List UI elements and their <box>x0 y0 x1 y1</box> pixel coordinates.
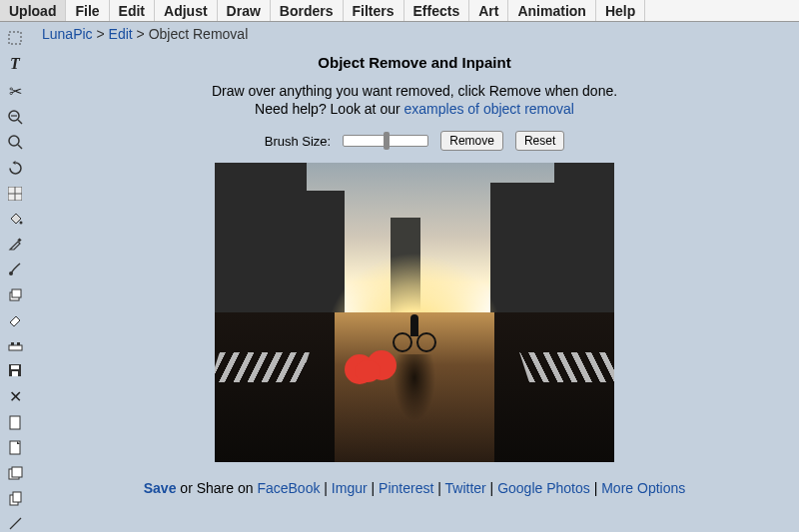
remove-button[interactable]: Remove <box>440 131 503 151</box>
controls: Brush Size: Remove Reset <box>42 131 787 151</box>
svg-line-26 <box>10 518 21 529</box>
reset-button[interactable]: Reset <box>515 131 564 151</box>
sep: | <box>433 480 444 496</box>
fill-icon[interactable] <box>6 211 24 227</box>
save-link[interactable]: Save <box>144 480 177 496</box>
svg-rect-18 <box>11 365 19 369</box>
brush-size-label: Brush Size: <box>265 134 331 149</box>
page-title: Object Remove and Inpaint <box>42 54 787 71</box>
instruction-text: Draw over anything you want removed, cli… <box>42 83 787 99</box>
help-text: Need help? Look at our examples of objec… <box>42 101 787 117</box>
sep: | <box>590 480 601 496</box>
share-twitter[interactable]: Twitter <box>445 480 486 496</box>
breadcrumb-page: Object Removal <box>149 26 249 42</box>
svg-point-11 <box>9 271 13 275</box>
picker-icon[interactable] <box>6 236 24 252</box>
adjust-icon[interactable] <box>6 337 24 353</box>
brush-icon[interactable] <box>6 262 24 277</box>
save-icon[interactable] <box>6 362 24 378</box>
slider-thumb[interactable] <box>384 132 390 150</box>
crop-icon[interactable]: ✕ <box>6 387 24 405</box>
menu-upload[interactable]: Upload <box>0 0 66 21</box>
share-imgur[interactable]: Imgur <box>332 480 368 496</box>
svg-rect-20 <box>10 416 20 429</box>
text-icon[interactable]: T <box>6 55 24 73</box>
line-icon[interactable] <box>6 516 24 532</box>
breadcrumb-section[interactable]: Edit <box>109 26 133 42</box>
sep: | <box>486 480 497 496</box>
share-pinterest[interactable]: Pinterest <box>379 480 433 496</box>
cyclist <box>393 314 436 352</box>
select-icon[interactable] <box>6 30 24 46</box>
image-canvas[interactable] <box>215 163 614 462</box>
crosswalk <box>519 352 614 382</box>
menu-animation[interactable]: Animation <box>508 0 595 21</box>
menu-borders[interactable]: Borders <box>271 0 344 21</box>
share-facebook[interactable]: FaceBook <box>257 480 320 496</box>
svg-rect-19 <box>12 371 18 376</box>
breadcrumb-root[interactable]: LunaPic <box>42 26 93 42</box>
copy-icon[interactable] <box>6 490 24 506</box>
breadcrumb: LunaPic > Edit > Object Removal <box>42 26 787 42</box>
grid-icon[interactable] <box>6 185 24 201</box>
svg-rect-16 <box>17 342 20 345</box>
sep: | <box>320 480 331 496</box>
menu-file[interactable]: File <box>66 0 109 21</box>
cut-icon[interactable]: ✂ <box>6 82 24 100</box>
breadcrumb-sep: > <box>137 26 145 42</box>
rider <box>410 314 418 336</box>
wheel <box>393 332 412 352</box>
menu-effects[interactable]: Effects <box>404 0 470 21</box>
svg-rect-14 <box>9 345 22 350</box>
page-icon[interactable] <box>6 414 24 430</box>
svg-rect-13 <box>12 289 21 297</box>
svg-rect-15 <box>11 342 14 345</box>
help-prefix: Need help? Look at our <box>255 101 403 117</box>
help-link[interactable]: examples of object removal <box>404 101 574 117</box>
menu-help[interactable]: Help <box>596 0 645 21</box>
zoom-in-icon[interactable] <box>6 135 24 151</box>
menu-draw[interactable]: Draw <box>218 0 271 21</box>
brush-size-slider[interactable] <box>343 135 428 147</box>
top-menu: Upload File Edit Adjust Draw Borders Fil… <box>0 0 799 22</box>
crosswalk <box>215 352 310 382</box>
svg-point-4 <box>9 136 19 146</box>
breadcrumb-sep: > <box>96 26 104 42</box>
svg-line-2 <box>18 120 22 124</box>
svg-rect-0 <box>9 32 21 44</box>
erase-icon[interactable] <box>6 311 24 327</box>
svg-rect-25 <box>13 492 21 502</box>
sep: | <box>368 480 379 496</box>
footer: Save or Share on FaceBook | Imgur | Pint… <box>42 480 787 496</box>
svg-line-5 <box>18 145 22 149</box>
sheet-icon[interactable] <box>6 440 24 456</box>
more-options[interactable]: More Options <box>601 480 685 496</box>
zoom-out-icon[interactable] <box>6 109 24 125</box>
layers-icon[interactable] <box>6 286 24 302</box>
tool-strip: T ✂ ✕ <box>0 22 30 532</box>
building <box>554 163 614 330</box>
or-share-text: or Share on <box>176 480 257 496</box>
menu-filters[interactable]: Filters <box>344 0 404 21</box>
rotate-icon[interactable] <box>6 160 24 176</box>
svg-rect-23 <box>12 467 22 477</box>
menu-adjust[interactable]: Adjust <box>155 0 218 21</box>
svg-point-9 <box>19 222 22 225</box>
paint-mark <box>345 354 397 384</box>
stack-icon[interactable] <box>6 465 24 481</box>
wheel <box>416 332 436 352</box>
menu-art[interactable]: Art <box>469 0 508 21</box>
menu-edit[interactable]: Edit <box>110 0 155 21</box>
share-google-photos[interactable]: Google Photos <box>497 480 590 496</box>
